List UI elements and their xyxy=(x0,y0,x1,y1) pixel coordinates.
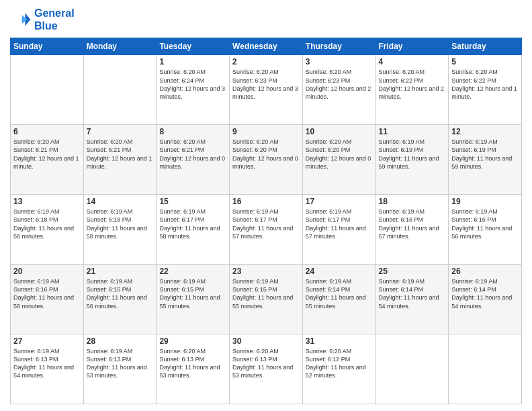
header: General Blue xyxy=(10,7,522,32)
day-cell: 9Sunrise: 6:20 AM Sunset: 6:20 PM Daylig… xyxy=(230,125,303,195)
day-cell xyxy=(375,334,449,404)
day-info: Sunrise: 6:20 AM Sunset: 6:12 PM Dayligh… xyxy=(306,347,373,380)
day-cell: 10Sunrise: 6:20 AM Sunset: 6:20 PM Dayli… xyxy=(302,125,375,195)
day-cell: 11Sunrise: 6:19 AM Sunset: 6:19 PM Dayli… xyxy=(375,125,449,195)
day-info: Sunrise: 6:19 AM Sunset: 6:19 PM Dayligh… xyxy=(451,138,519,171)
day-number: 28 xyxy=(87,336,154,346)
day-cell: 25Sunrise: 6:19 AM Sunset: 6:14 PM Dayli… xyxy=(375,265,449,334)
day-number: 26 xyxy=(451,267,519,276)
logo-icon xyxy=(10,9,32,30)
day-number: 4 xyxy=(379,57,446,66)
day-number: 19 xyxy=(451,197,519,206)
day-cell: 14Sunrise: 6:19 AM Sunset: 6:18 PM Dayli… xyxy=(83,195,157,265)
day-cell: 23Sunrise: 6:19 AM Sunset: 6:15 PM Dayli… xyxy=(230,265,303,334)
day-cell: 4Sunrise: 6:20 AM Sunset: 6:22 PM Daylig… xyxy=(375,55,449,125)
day-number: 2 xyxy=(232,57,300,66)
day-number: 16 xyxy=(232,197,300,206)
weekday-header-thursday: Thursday xyxy=(302,38,375,55)
day-info: Sunrise: 6:20 AM Sunset: 6:20 PM Dayligh… xyxy=(306,138,373,171)
weekday-header-sunday: Sunday xyxy=(11,38,84,55)
day-info: Sunrise: 6:20 AM Sunset: 6:24 PM Dayligh… xyxy=(159,68,226,101)
weekday-header-monday: Monday xyxy=(83,38,157,55)
weekday-header-wednesday: Wednesday xyxy=(230,38,303,55)
day-info: Sunrise: 6:19 AM Sunset: 6:17 PM Dayligh… xyxy=(306,208,373,240)
week-row-1: 1Sunrise: 6:20 AM Sunset: 6:24 PM Daylig… xyxy=(11,55,522,125)
day-number: 5 xyxy=(451,57,519,66)
day-cell: 31Sunrise: 6:20 AM Sunset: 6:12 PM Dayli… xyxy=(302,334,375,404)
day-cell: 30Sunrise: 6:20 AM Sunset: 6:13 PM Dayli… xyxy=(230,334,303,404)
day-cell: 12Sunrise: 6:19 AM Sunset: 6:19 PM Dayli… xyxy=(449,125,522,195)
day-number: 13 xyxy=(13,197,81,206)
day-info: Sunrise: 6:19 AM Sunset: 6:15 PM Dayligh… xyxy=(232,277,300,310)
day-number: 23 xyxy=(232,267,300,276)
logo-text: General Blue xyxy=(34,7,75,32)
day-info: Sunrise: 6:19 AM Sunset: 6:14 PM Dayligh… xyxy=(451,277,519,310)
weekday-header-friday: Friday xyxy=(375,38,449,55)
weekday-header-tuesday: Tuesday xyxy=(157,38,230,55)
day-cell: 7Sunrise: 6:20 AM Sunset: 6:21 PM Daylig… xyxy=(83,125,157,195)
week-row-5: 27Sunrise: 6:19 AM Sunset: 6:13 PM Dayli… xyxy=(11,334,522,404)
day-info: Sunrise: 6:19 AM Sunset: 6:15 PM Dayligh… xyxy=(159,277,226,310)
day-number: 8 xyxy=(159,127,226,136)
day-info: Sunrise: 6:20 AM Sunset: 6:23 PM Dayligh… xyxy=(232,68,300,101)
page: General Blue SundayMondayTuesdayWednesda… xyxy=(0,0,532,411)
day-cell: 24Sunrise: 6:19 AM Sunset: 6:14 PM Dayli… xyxy=(302,265,375,334)
day-cell: 20Sunrise: 6:19 AM Sunset: 6:16 PM Dayli… xyxy=(11,265,84,334)
day-info: Sunrise: 6:19 AM Sunset: 6:18 PM Dayligh… xyxy=(13,208,81,240)
day-info: Sunrise: 6:20 AM Sunset: 6:23 PM Dayligh… xyxy=(306,68,373,101)
day-info: Sunrise: 6:19 AM Sunset: 6:15 PM Dayligh… xyxy=(87,277,154,310)
week-row-2: 6Sunrise: 6:20 AM Sunset: 6:21 PM Daylig… xyxy=(11,125,522,195)
day-cell xyxy=(11,55,84,125)
day-cell: 13Sunrise: 6:19 AM Sunset: 6:18 PM Dayli… xyxy=(11,195,84,265)
day-info: Sunrise: 6:19 AM Sunset: 6:17 PM Dayligh… xyxy=(159,208,226,240)
day-number: 11 xyxy=(379,127,446,136)
day-cell xyxy=(449,334,522,404)
day-number: 18 xyxy=(379,197,446,206)
day-cell: 15Sunrise: 6:19 AM Sunset: 6:17 PM Dayli… xyxy=(157,195,230,265)
day-info: Sunrise: 6:20 AM Sunset: 6:22 PM Dayligh… xyxy=(451,68,519,101)
day-number: 17 xyxy=(306,197,373,206)
day-info: Sunrise: 6:20 AM Sunset: 6:22 PM Dayligh… xyxy=(379,68,446,101)
day-info: Sunrise: 6:19 AM Sunset: 6:14 PM Dayligh… xyxy=(379,277,446,310)
day-info: Sunrise: 6:20 AM Sunset: 6:13 PM Dayligh… xyxy=(232,347,300,380)
day-number: 10 xyxy=(306,127,373,136)
day-cell: 2Sunrise: 6:20 AM Sunset: 6:23 PM Daylig… xyxy=(230,55,303,125)
day-number: 9 xyxy=(232,127,300,136)
day-cell: 26Sunrise: 6:19 AM Sunset: 6:14 PM Dayli… xyxy=(449,265,522,334)
day-info: Sunrise: 6:19 AM Sunset: 6:16 PM Dayligh… xyxy=(13,277,81,310)
day-cell: 27Sunrise: 6:19 AM Sunset: 6:13 PM Dayli… xyxy=(11,334,84,404)
calendar-table: SundayMondayTuesdayWednesdayThursdayFrid… xyxy=(10,38,522,404)
day-cell xyxy=(83,55,157,125)
day-cell: 22Sunrise: 6:19 AM Sunset: 6:15 PM Dayli… xyxy=(157,265,230,334)
day-number: 29 xyxy=(159,336,226,346)
day-info: Sunrise: 6:19 AM Sunset: 6:18 PM Dayligh… xyxy=(87,208,154,240)
logo: General Blue xyxy=(10,7,75,32)
weekday-header-row: SundayMondayTuesdayWednesdayThursdayFrid… xyxy=(11,38,522,55)
day-number: 21 xyxy=(87,267,154,276)
day-number: 27 xyxy=(13,336,81,346)
day-info: Sunrise: 6:19 AM Sunset: 6:13 PM Dayligh… xyxy=(13,347,81,380)
day-cell: 17Sunrise: 6:19 AM Sunset: 6:17 PM Dayli… xyxy=(302,195,375,265)
day-cell: 29Sunrise: 6:20 AM Sunset: 6:13 PM Dayli… xyxy=(157,334,230,404)
day-info: Sunrise: 6:19 AM Sunset: 6:14 PM Dayligh… xyxy=(306,277,373,310)
day-number: 3 xyxy=(306,57,373,66)
day-number: 14 xyxy=(87,197,154,206)
weekday-header-saturday: Saturday xyxy=(449,38,522,55)
day-number: 7 xyxy=(87,127,154,136)
day-info: Sunrise: 6:20 AM Sunset: 6:21 PM Dayligh… xyxy=(87,138,154,171)
day-number: 1 xyxy=(159,57,226,66)
day-number: 24 xyxy=(306,267,373,276)
day-number: 22 xyxy=(159,267,226,276)
day-number: 12 xyxy=(451,127,519,136)
day-info: Sunrise: 6:19 AM Sunset: 6:19 PM Dayligh… xyxy=(379,138,446,171)
day-cell: 19Sunrise: 6:19 AM Sunset: 6:16 PM Dayli… xyxy=(449,195,522,265)
day-number: 31 xyxy=(306,336,373,346)
day-info: Sunrise: 6:20 AM Sunset: 6:13 PM Dayligh… xyxy=(159,347,226,380)
day-number: 20 xyxy=(13,267,81,276)
day-cell: 8Sunrise: 6:20 AM Sunset: 6:21 PM Daylig… xyxy=(157,125,230,195)
day-number: 30 xyxy=(232,336,300,346)
day-cell: 5Sunrise: 6:20 AM Sunset: 6:22 PM Daylig… xyxy=(449,55,522,125)
day-info: Sunrise: 6:19 AM Sunset: 6:16 PM Dayligh… xyxy=(379,208,446,240)
day-number: 15 xyxy=(159,197,226,206)
day-info: Sunrise: 6:20 AM Sunset: 6:20 PM Dayligh… xyxy=(232,138,300,171)
